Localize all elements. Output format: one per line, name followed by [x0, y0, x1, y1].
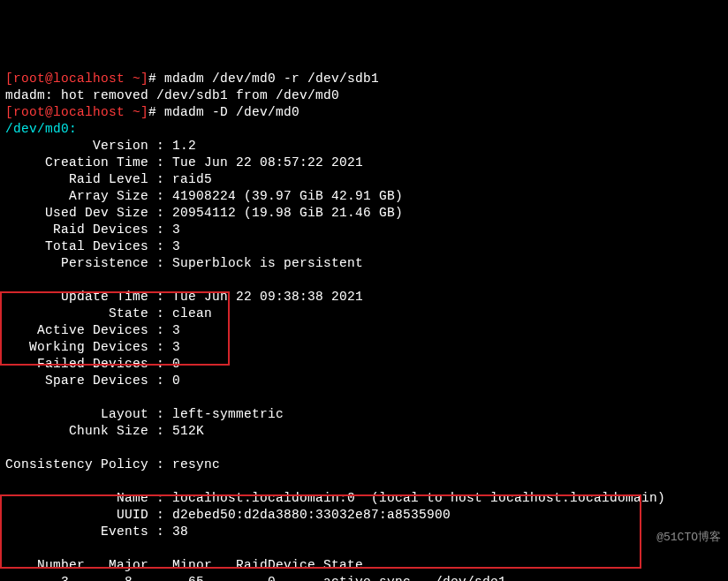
prompt-close-bracket: ]	[140, 72, 148, 86]
device-table-header: Number Major Minor RaidDevice State	[5, 558, 363, 572]
field-spare-devices: Spare Devices : 0	[5, 374, 180, 388]
table-row: 3 8 65 0 active sync /dev/sde1	[5, 575, 506, 581]
prompt-close-bracket: ]	[140, 105, 148, 119]
prompt-open-bracket: [	[5, 72, 13, 86]
field-creation-time: Creation Time : Tue Jun 22 08:57:22 2021	[5, 155, 363, 170]
prompt-user-host: root@localhost ~	[13, 105, 140, 119]
field-consistency-policy: Consistency Policy : resync	[5, 457, 220, 472]
field-total-devices: Total Devices : 3	[5, 239, 180, 253]
field-failed-devices: Failed Devices : 0	[5, 357, 180, 371]
field-used-dev-size: Used Dev Size : 20954112 (19.98 GiB 21.4…	[5, 206, 403, 220]
field-persistence: Persistence : Superblock is persistent	[5, 256, 363, 270]
watermark-text: @51CTO博客	[656, 529, 721, 546]
field-active-devices: Active Devices : 3	[5, 323, 180, 337]
prompt-hash: #	[148, 72, 156, 86]
device-header: /dev/md0:	[5, 122, 77, 136]
field-update-time: Update Time : Tue Jun 22 09:38:38 2021	[5, 290, 363, 304]
field-raid-level: Raid Level : raid5	[5, 172, 212, 186]
prompt-open-bracket: [	[5, 105, 13, 119]
output-line: mdadm: hot removed /dev/sdb1 from /dev/m…	[5, 88, 339, 102]
prompt-hash: #	[148, 105, 156, 119]
field-version: Version : 1.2	[5, 139, 196, 153]
prompt-line-2[interactable]: [root@localhost ~]# mdadm -D /dev/md0	[5, 105, 300, 119]
field-chunk-size: Chunk Size : 512K	[5, 424, 204, 438]
prompt-line-1[interactable]: [root@localhost ~]# mdadm /dev/md0 -r /d…	[5, 72, 379, 86]
prompt-user-host: root@localhost ~	[13, 72, 140, 86]
field-uuid: UUID : d2ebed50:d2da3880:33032e87:a85359…	[5, 508, 451, 522]
field-raid-devices: Raid Devices : 3	[5, 223, 180, 237]
command-text: mdadm -D /dev/md0	[156, 105, 300, 119]
field-events: Events : 38	[5, 524, 188, 539]
field-state: State : clean	[5, 306, 212, 321]
field-array-size: Array Size : 41908224 (39.97 GiB 42.91 G…	[5, 189, 403, 203]
command-text: mdadm /dev/md0 -r /dev/sdb1	[156, 72, 379, 86]
terminal-output: [root@localhost ~]# mdadm /dev/md0 -r /d…	[5, 71, 723, 581]
field-name: Name : localhost.localdomain:0 (local to…	[5, 491, 665, 505]
field-working-devices: Working Devices : 3	[5, 340, 180, 354]
field-layout: Layout : left-symmetric	[5, 407, 284, 421]
